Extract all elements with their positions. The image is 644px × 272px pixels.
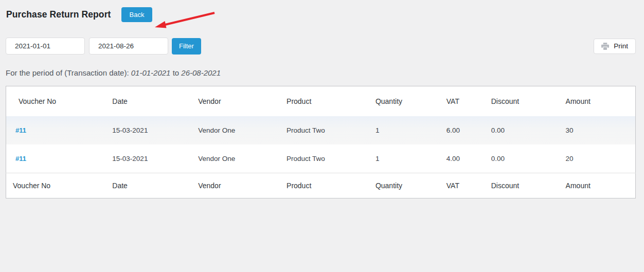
- column-header: Discount: [479, 86, 553, 117]
- column-header: Date: [100, 173, 186, 198]
- column-header: Quantity: [363, 173, 434, 198]
- filter-button[interactable]: Filter: [172, 38, 201, 55]
- period-summary: For the period of (Transaction date): 01…: [6, 68, 636, 77]
- page-title: Purchase Return Report: [6, 9, 111, 20]
- column-header: Quantity: [363, 86, 434, 117]
- cell-vendor: Vendor One: [186, 116, 274, 144]
- column-header: Amount: [553, 86, 636, 117]
- column-header: Vendor: [186, 86, 274, 117]
- period-label: For the period of (Transaction date):: [6, 68, 129, 77]
- cell-quantity: 1: [363, 144, 434, 173]
- cell-voucher-no: #11: [6, 116, 100, 144]
- cell-vat: 4.00: [434, 144, 479, 173]
- print-button[interactable]: Print: [594, 39, 636, 54]
- filter-bar: Filter Print: [6, 38, 636, 55]
- cell-voucher-no: #11: [6, 144, 100, 173]
- column-header: VAT: [434, 173, 479, 198]
- column-header: Date: [100, 86, 186, 117]
- table-header-row: Voucher NoDateVendorProductQuantityVATDi…: [6, 86, 636, 117]
- back-button[interactable]: Back: [121, 7, 153, 22]
- end-date-input[interactable]: [89, 38, 168, 55]
- cell-discount: 0.00: [479, 144, 553, 173]
- table-body: #1115-03-2021Vendor OneProduct Two16.000…: [6, 116, 636, 173]
- cell-date: 15-03-2021: [100, 144, 186, 173]
- table-row: #1115-03-2021Vendor OneProduct Two16.000…: [6, 116, 636, 144]
- column-header: VAT: [434, 86, 479, 117]
- cell-product: Product Two: [274, 116, 363, 144]
- print-button-label: Print: [614, 42, 628, 50]
- column-header: Discount: [479, 173, 553, 198]
- purchase-return-table: Voucher NoDateVendorProductQuantityVATDi…: [6, 86, 636, 198]
- voucher-link[interactable]: #11: [15, 155, 26, 162]
- column-header: Amount: [553, 173, 636, 198]
- cell-discount: 0.00: [479, 116, 553, 144]
- column-header: Voucher No: [6, 86, 100, 117]
- page-header: Purchase Return Report Back: [6, 7, 636, 22]
- column-header: Voucher No: [6, 173, 100, 198]
- period-start-date: 01-01-2021: [131, 68, 171, 77]
- table-head: Voucher NoDateVendorProductQuantityVATDi…: [6, 86, 636, 117]
- table-row: #1115-03-2021Vendor OneProduct Two14.000…: [6, 144, 636, 173]
- table-footer-row: Voucher NoDateVendorProductQuantityVATDi…: [6, 173, 636, 198]
- period-end-date: 26-08-2021: [181, 68, 221, 77]
- column-header: Product: [274, 173, 363, 198]
- cell-vat: 6.00: [434, 116, 479, 144]
- report-table-container: Voucher NoDateVendorProductQuantityVATDi…: [6, 86, 636, 198]
- start-date-input[interactable]: [6, 38, 85, 55]
- cell-quantity: 1: [363, 116, 434, 144]
- page: Purchase Return Report Back Filter Print…: [0, 0, 644, 198]
- cell-vendor: Vendor One: [186, 144, 274, 173]
- cell-product: Product Two: [274, 144, 363, 173]
- cell-amount: 30: [553, 116, 636, 144]
- cell-date: 15-03-2021: [100, 116, 186, 144]
- column-header: Product: [274, 86, 363, 117]
- printer-icon: [601, 43, 609, 50]
- voucher-link[interactable]: #11: [15, 126, 26, 134]
- column-header: Vendor: [186, 173, 274, 198]
- table-foot: Voucher NoDateVendorProductQuantityVATDi…: [6, 173, 636, 198]
- cell-amount: 20: [553, 144, 636, 173]
- period-connector: to: [173, 68, 180, 77]
